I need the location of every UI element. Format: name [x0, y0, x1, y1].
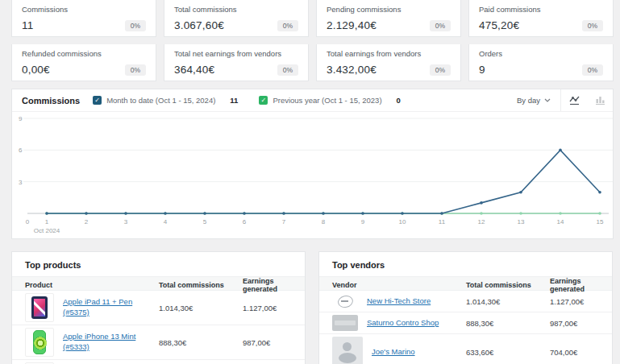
- stat-value: 0,00€: [22, 64, 50, 76]
- name-cell: Adidas shirt t.0 . (#5049): [25, 360, 159, 364]
- table-row: New Hi-Tech Store1.014,30€1.127,00€: [319, 291, 612, 312]
- stat-value: 9: [479, 64, 485, 76]
- total-commissions-value: 1.014,30€: [466, 297, 550, 306]
- svg-text:6: 6: [243, 218, 247, 225]
- row-link[interactable]: Joe's Marino: [372, 347, 415, 358]
- row-link[interactable]: Saturno Contro Shop: [367, 318, 439, 329]
- earnings-generated-value: 704,00€: [550, 348, 604, 357]
- stat-change-badge: 0%: [125, 20, 146, 31]
- total-commissions-value: 888,30€: [466, 319, 550, 328]
- svg-text:3: 3: [19, 179, 23, 186]
- chart-legend: ✓Month to date (Oct 1 - 15, 2024)11✓Prev…: [93, 96, 422, 105]
- stat-value-row: 90%: [479, 64, 603, 76]
- total-commissions-value: 633,60€: [466, 348, 550, 357]
- svg-text:5: 5: [203, 218, 207, 225]
- checkbox-checked-icon: ✓: [259, 96, 268, 105]
- bar-chart-icon: [594, 95, 606, 105]
- earnings-generated-value: 987,00€: [243, 338, 297, 347]
- stat-label: Total earnings from vendors: [327, 49, 451, 58]
- stat-value-row: 0,00€0%: [22, 64, 146, 76]
- svg-text:14: 14: [557, 218, 564, 225]
- table-column-header: Earnings generated: [550, 277, 604, 293]
- stat-card[interactable]: Paid commissions475,20€0%: [468, 0, 614, 37]
- row-link[interactable]: Apple iPhone 13 Mint (#5333): [63, 332, 158, 353]
- interval-label: By day: [517, 96, 540, 105]
- leaderboards-row: Top productsProductTotal commissionsEarn…: [11, 251, 614, 364]
- name-cell: Apple iPhone 13 Mint (#5333): [25, 325, 159, 359]
- stat-label: Refunded commissions: [22, 49, 146, 58]
- panel-title: Top products: [12, 252, 305, 276]
- svg-text:7: 7: [282, 218, 286, 225]
- stat-value: 364,40€: [174, 64, 214, 76]
- svg-text:2: 2: [85, 218, 89, 225]
- top-vendors-panel: Top vendorsVendorTotal commissionsEarnin…: [318, 251, 613, 364]
- svg-text:12: 12: [478, 218, 485, 225]
- chevron-down-icon: [544, 98, 551, 102]
- svg-text:6: 6: [19, 147, 23, 154]
- name-cell: Apple iPad 11 + Pen (#5375): [25, 291, 159, 325]
- stat-change-badge: 0%: [277, 20, 298, 31]
- svg-text:13: 13: [518, 218, 525, 225]
- stat-value: 475,20€: [479, 19, 519, 31]
- legend-label: Previous year (Oct 1 - 15, 2023): [273, 96, 381, 105]
- stat-change-badge: 0%: [277, 64, 298, 76]
- stat-card[interactable]: Refunded commissions0,00€0%: [11, 44, 156, 81]
- table-column-header: Earnings generated: [243, 277, 297, 293]
- stat-change-badge: 0%: [582, 64, 603, 76]
- table-column-header: Product: [25, 281, 159, 289]
- row-link[interactable]: Apple iPad 11 + Pen (#5375): [63, 297, 158, 318]
- stat-card[interactable]: Commissions110%: [11, 0, 156, 37]
- stat-value-row: 3.432,00€0%: [327, 64, 451, 76]
- stat-value: 11: [22, 19, 33, 31]
- stat-card[interactable]: Total net earnings from vendors364,40€0%: [164, 44, 309, 81]
- svg-text:4: 4: [164, 218, 168, 225]
- chart-header: Commissions ✓Month to date (Oct 1 - 15, …: [12, 89, 613, 112]
- stat-label: Total net earnings from vendors: [174, 49, 298, 58]
- stat-change-badge: 0%: [430, 64, 451, 76]
- line-chart-icon: [568, 95, 580, 105]
- iphone-product-image: [25, 328, 54, 357]
- stat-card[interactable]: Total earnings from vendors3.432,00€0%: [316, 44, 461, 81]
- row-link[interactable]: New Hi-Tech Store: [367, 296, 431, 307]
- stat-label: Paid commissions: [479, 5, 603, 14]
- svg-text:3: 3: [124, 218, 128, 225]
- line-chart-toggle-button[interactable]: [561, 89, 587, 111]
- name-cell: Joe's Marino: [332, 334, 466, 364]
- stats-grid: Commissions110%Total commissions3.067,60…: [11, 0, 614, 81]
- svg-text:0: 0: [26, 218, 30, 225]
- chart-legend-item[interactable]: ✓Month to date (Oct 1 - 15, 2024)11: [93, 96, 238, 105]
- stat-card[interactable]: Total commissions3.067,60€0%: [164, 0, 309, 37]
- stat-value-row: 364,40€0%: [174, 64, 298, 76]
- commissions-line-chart[interactable]: 3690123456789101112131415Oct 2024: [12, 112, 613, 238]
- checkbox-checked-icon: ✓: [93, 96, 102, 105]
- name-cell: New Hi-Tech Store: [332, 291, 466, 312]
- svg-text:15: 15: [597, 218, 604, 225]
- bar-chart-toggle-button[interactable]: [587, 89, 613, 111]
- table-column-header: Vendor: [332, 281, 466, 289]
- stat-value: 3.067,60€: [174, 19, 224, 31]
- top-products-panel: Top productsProductTotal commissionsEarn…: [11, 251, 306, 364]
- stat-value-row: 110%: [22, 19, 146, 31]
- stat-value-row: 2.129,40€0%: [327, 19, 451, 31]
- stat-label: Total commissions: [174, 5, 298, 14]
- earnings-generated-value: 1.127,00€: [550, 297, 604, 306]
- chart-legend-item[interactable]: ✓Previous year (Oct 1 - 15, 2023)0: [259, 96, 400, 105]
- name-cell: Saturno Contro Shop: [332, 312, 466, 333]
- table-row: Saturno Contro Shop888,30€987,00€: [319, 312, 612, 334]
- svg-text:Oct 2024: Oct 2024: [34, 227, 60, 234]
- chart-title: Commissions: [22, 96, 80, 105]
- svg-text:1: 1: [45, 218, 49, 225]
- stat-label: Orders: [479, 49, 603, 58]
- hi-tech-store-logo: [332, 293, 358, 309]
- stat-card[interactable]: Pending commissions2.129,40€0%: [316, 0, 461, 37]
- stat-label: Pending commissions: [327, 5, 451, 14]
- table-row: Joe's Marino633,60€704,00€: [319, 334, 612, 364]
- table-row: Adidas shirt t.0 . (#5049): [12, 360, 305, 364]
- stat-value: 3.432,00€: [327, 64, 377, 76]
- stat-card[interactable]: Orders90%: [468, 44, 614, 81]
- ipad-product-image: [25, 293, 54, 322]
- interval-dropdown[interactable]: By day: [507, 89, 560, 111]
- stat-value-row: 3.067,60€0%: [174, 19, 298, 31]
- table-header-row: VendorTotal commissionsEarnings generate…: [319, 276, 612, 291]
- svg-text:11: 11: [439, 218, 446, 225]
